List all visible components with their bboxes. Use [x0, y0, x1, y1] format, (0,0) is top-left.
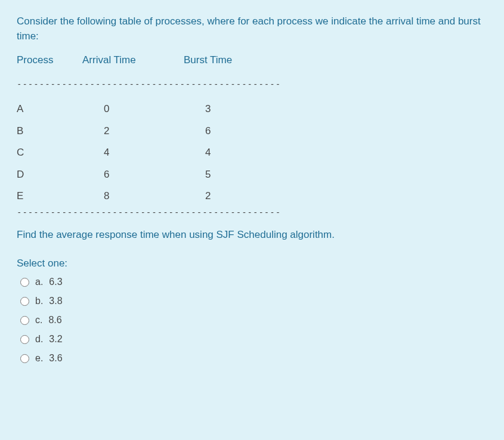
radio-d[interactable] [20, 335, 29, 344]
table-header-row: Process Arrival Time Burst Time [17, 54, 487, 66]
option-letter: a. [35, 277, 43, 287]
option-text: 3.2 [49, 334, 62, 345]
question-container: Consider the following table of processe… [0, 0, 504, 440]
select-one-label: Select one: [17, 258, 487, 269]
option-letter: d. [35, 334, 43, 345]
option-d[interactable]: d. 3.2 [20, 334, 487, 345]
cell-process: D [17, 164, 82, 186]
cell-process: C [17, 142, 82, 164]
cell-process: A [17, 98, 82, 120]
option-e[interactable]: e. 3.6 [20, 353, 487, 364]
option-letter: b. [35, 296, 43, 306]
table-divider-bottom: ----------------------------------------… [17, 207, 487, 217]
option-b[interactable]: b. 3.8 [20, 296, 487, 306]
cell-burst: 6 [184, 120, 261, 142]
option-text: 6.3 [49, 277, 62, 287]
question-intro: Consider the following table of processe… [17, 14, 487, 44]
radio-b[interactable] [20, 297, 29, 306]
cell-burst: 5 [184, 164, 261, 186]
process-table: Process Arrival Time Burst Time --------… [17, 54, 487, 217]
radio-a[interactable] [20, 278, 29, 287]
table-row: E 8 2 [17, 185, 487, 207]
option-text: 3.6 [49, 353, 62, 364]
option-c[interactable]: c. 8.6 [20, 315, 487, 326]
radio-e[interactable] [20, 354, 29, 363]
option-letter: e. [35, 353, 43, 364]
cell-process: E [17, 185, 82, 207]
table-header-process: Process [17, 54, 82, 66]
table-divider-top: ----------------------------------------… [17, 79, 487, 89]
table-row: D 6 5 [17, 164, 487, 186]
table-header-burst: Burst Time [184, 54, 261, 66]
table-header-arrival: Arrival Time [82, 54, 184, 66]
radio-c[interactable] [20, 316, 29, 325]
option-letter: c. [35, 315, 42, 326]
option-a[interactable]: a. 6.3 [20, 277, 487, 287]
cell-arrival: 6 [82, 164, 184, 186]
question-prompt: Find the average response time when usin… [17, 229, 487, 241]
cell-arrival: 2 [82, 120, 184, 142]
cell-arrival: 4 [82, 142, 184, 164]
option-text: 3.8 [49, 296, 62, 306]
cell-arrival: 8 [82, 185, 184, 207]
table-row: B 2 6 [17, 120, 487, 142]
cell-process: B [17, 120, 82, 142]
cell-burst: 4 [184, 142, 261, 164]
cell-arrival: 0 [82, 98, 184, 120]
options-group: a. 6.3 b. 3.8 c. 8.6 d. 3.2 e. 3.6 [17, 277, 487, 364]
option-text: 8.6 [48, 315, 61, 326]
cell-burst: 3 [184, 98, 261, 120]
table-row: A 0 3 [17, 98, 487, 120]
cell-burst: 2 [184, 185, 261, 207]
table-row: C 4 4 [17, 142, 487, 164]
